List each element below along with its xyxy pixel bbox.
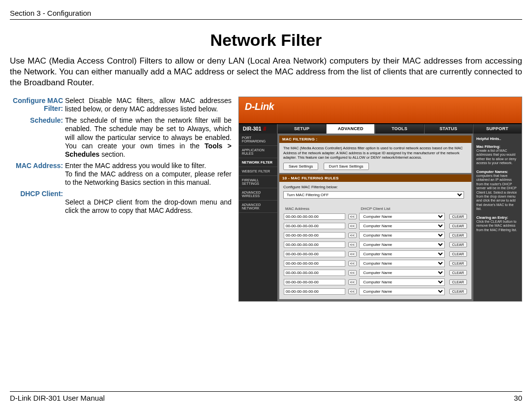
term-mac-address: MAC Address:	[10, 162, 65, 187]
tab-advanced[interactable]: ADVANCED	[326, 124, 375, 134]
clear-button[interactable]: CLEAR	[449, 251, 467, 257]
mac-address-input[interactable]	[284, 288, 345, 295]
clear-button[interactable]: CLEAR	[449, 270, 467, 275]
hint-block: Computer Names:computers that have obtai…	[476, 170, 519, 211]
dhcp-client-select[interactable]: Computer Name	[359, 232, 445, 239]
section-header: Section 3 - Configuration	[10, 9, 522, 20]
term-schedule: Schedule:	[10, 116, 65, 158]
dhcp-client-select[interactable]: Computer Name	[359, 241, 445, 248]
router-model: DIR-301	[239, 124, 277, 134]
mac-row: <<Computer NameCLEAR	[283, 212, 467, 221]
mac-address-input[interactable]	[284, 232, 345, 239]
mac-address-input[interactable]	[284, 260, 345, 267]
copy-mac-button[interactable]: <<	[348, 279, 357, 285]
sidebar-item-advanced-wireless[interactable]: ADVANCED WIRELESS	[239, 188, 277, 201]
def-schedule: The schedule of time when the network fi…	[65, 116, 232, 158]
copy-mac-button[interactable]: <<	[348, 261, 357, 266]
mac-address-input[interactable]	[284, 251, 345, 257]
page-title: Network Filter	[10, 31, 522, 50]
clear-button[interactable]: CLEAR	[449, 223, 467, 229]
router-brand-bar: D-Link	[239, 97, 522, 123]
col-mac-address: MAC Address	[283, 206, 346, 212]
configure-label: Configure MAC Filtering below:	[283, 185, 467, 189]
dhcp-client-select[interactable]: Computer Name	[359, 269, 445, 276]
mac-row: <<Computer NameCLEAR	[283, 277, 467, 287]
clear-button[interactable]: CLEAR	[449, 289, 467, 294]
copy-mac-button[interactable]: <<	[348, 242, 357, 247]
mac-row: <<Computer NameCLEAR	[283, 231, 467, 240]
mac-row: <<Computer NameCLEAR	[283, 240, 467, 249]
tab-setup[interactable]: SETUP	[277, 124, 326, 134]
clear-button[interactable]: CLEAR	[449, 279, 467, 285]
hints-title: Helpful Hints..	[476, 137, 501, 141]
dhcp-client-select[interactable]: Computer Name	[359, 213, 445, 220]
copy-mac-button[interactable]: <<	[348, 289, 357, 294]
mac-filtering-mode-select[interactable]: Turn MAC Filtering OFF	[283, 191, 464, 199]
mac-row: <<Computer NameCLEAR	[283, 287, 467, 296]
mac-address-input[interactable]	[284, 223, 345, 229]
dhcp-client-select[interactable]: Computer Name	[359, 250, 445, 258]
col-dhcp-client: DHCP Client List	[359, 206, 445, 212]
sidebar-item-website-filter[interactable]: WEBSITE FILTER	[239, 167, 277, 176]
hint-block: Mac Filtering:Create a list of MAC addre…	[476, 144, 519, 166]
def-configure-mac: Select Disable MAC filters, allow MAC ad…	[65, 97, 232, 113]
tab-support[interactable]: SUPPORT	[473, 124, 522, 134]
copy-mac-button[interactable]: <<	[348, 251, 357, 257]
tab-tools[interactable]: TOOLS	[375, 124, 424, 134]
dhcp-client-select[interactable]: Computer Name	[359, 222, 445, 230]
sidebar-item-application-rules[interactable]: APPLICATION RULES	[239, 146, 277, 158]
helpful-hints-panel: Helpful Hints.. Mac Filtering:Create a l…	[473, 134, 522, 301]
section2-body: Configure MAC Filtering below: Turn MAC …	[279, 182, 471, 299]
term-configure-mac: Configure MACFilter:	[10, 97, 65, 113]
copy-mac-button[interactable]: <<	[348, 214, 357, 219]
mac-address-input[interactable]	[284, 241, 345, 248]
definitions-column: Configure MACFilter: Select Disable MAC …	[10, 97, 232, 302]
mac-row: <<Computer NameCLEAR	[283, 221, 467, 231]
section1-body: The MAC (Media Access Controller) Addres…	[279, 143, 471, 173]
clear-button[interactable]: CLEAR	[449, 242, 467, 247]
footer-manual-name: D-Link DIR-301 User Manual	[10, 394, 105, 402]
clear-button[interactable]: CLEAR	[449, 261, 467, 266]
def-mac-address: Enter the MAC address you would like to …	[65, 162, 232, 187]
tab-status[interactable]: STATUS	[424, 124, 473, 134]
dhcp-client-select[interactable]: Computer Name	[359, 260, 445, 267]
hint-block: Clearing an Entry:Click the CLEAR button…	[476, 215, 519, 233]
mac-row: <<Computer NameCLEAR	[283, 268, 467, 277]
section1-header: MAC FILTERING :	[279, 136, 471, 143]
copy-mac-button[interactable]: <<	[348, 223, 357, 229]
sidebar-item-advanced-network[interactable]: ADVANCED NETWORK	[239, 201, 277, 213]
router-main: MAC FILTERING : The MAC (Media Access Co…	[277, 134, 473, 301]
dont-save-settings-button[interactable]: Don't Save Settings	[324, 163, 369, 170]
clear-button[interactable]: CLEAR	[449, 214, 467, 219]
mac-address-input[interactable]	[284, 270, 345, 276]
mac-address-input[interactable]	[284, 279, 345, 285]
dhcp-client-select[interactable]: Computer Name	[359, 288, 445, 295]
save-settings-button[interactable]: Save Settings	[283, 163, 318, 170]
sidebar-item-firewall-settings[interactable]: FIREWALL SETTINGS	[239, 176, 277, 188]
footer-page-number: 30	[514, 394, 522, 402]
clear-button[interactable]: CLEAR	[449, 233, 467, 238]
sidebar-item-network-filter[interactable]: NETWORK FILTER	[239, 158, 277, 167]
copy-mac-button[interactable]: <<	[348, 270, 357, 275]
def-dhcp-client: Select a DHCP client from the drop-down …	[65, 190, 232, 215]
mac-row: <<Computer NameCLEAR	[283, 259, 467, 268]
mac-address-input[interactable]	[284, 213, 345, 220]
sidebar-item-port-forwarding[interactable]: PORT FORWARDING	[239, 134, 277, 146]
copy-mac-button[interactable]: <<	[348, 233, 357, 238]
dhcp-client-select[interactable]: Computer Name	[359, 278, 445, 286]
intro-paragraph: Use MAC (Media Access Control) Filters t…	[10, 56, 522, 88]
section2-header: 10 - MAC FILTERING RULES	[279, 174, 471, 182]
brand-logo: D-Link	[245, 101, 274, 112]
router-screenshot: D-Link DIR-301 SETUPADVANCEDTOOLSSTATUSS…	[238, 97, 522, 302]
term-dhcp-client: DHCP Client:	[10, 190, 65, 215]
router-sidebar: PORT FORWARDINGAPPLICATION RULESNETWORK …	[239, 134, 277, 301]
mac-row: <<Computer NameCLEAR	[283, 249, 467, 259]
